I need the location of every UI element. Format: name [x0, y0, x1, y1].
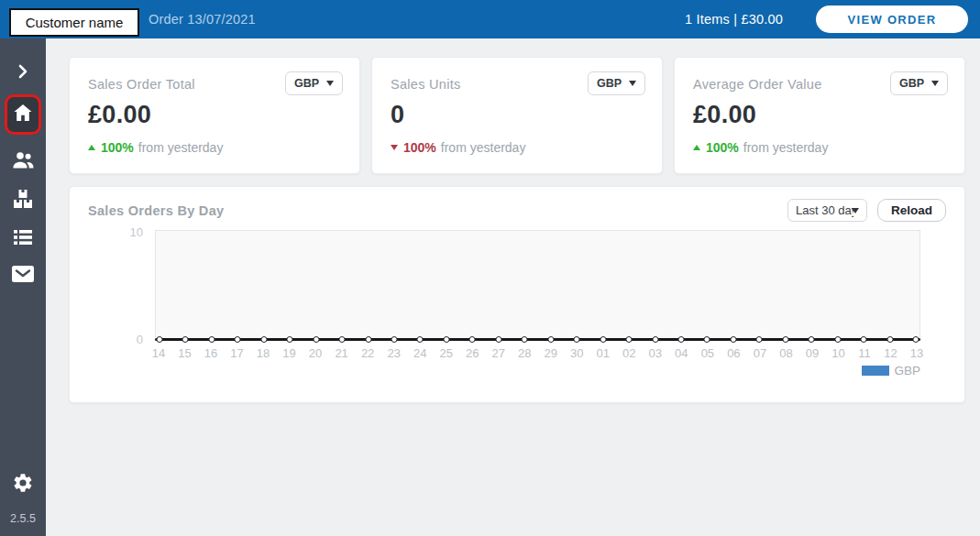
chevron-down-icon: [629, 81, 636, 86]
card-value: 0: [391, 101, 645, 129]
sidebar-item-customers[interactable]: [11, 149, 35, 173]
view-order-button[interactable]: VIEW ORDER: [816, 5, 968, 33]
period-value: Last 30 days: [796, 203, 853, 217]
card-title: Average Order Value: [693, 71, 822, 92]
users-icon: [11, 157, 35, 172]
data-point: [208, 336, 215, 343]
card-delta: 100% from yesterday: [391, 140, 645, 155]
y-axis-tick-max: 10: [130, 225, 143, 239]
currency-value: GBP: [597, 77, 622, 90]
data-point: [443, 336, 449, 343]
cart-items-summary: 1 Items | £30.00: [685, 12, 783, 27]
gear-icon: [12, 481, 34, 497]
card-title: Sales Order Total: [88, 71, 195, 92]
order-date-label: Order 13/07/2021: [149, 12, 256, 27]
x-axis: 1415161718192021222324252627282930010203…: [155, 346, 920, 361]
topbar-right-group: 1 Items | £30.00 VIEW ORDER: [685, 5, 968, 33]
x-axis-tick: 26: [466, 346, 479, 360]
x-axis-ticks: 1415161718192021222324252627282930010203…: [159, 346, 917, 361]
x-axis-tick: 02: [622, 346, 635, 360]
data-point: [287, 336, 293, 343]
data-point: [652, 336, 658, 343]
mail-icon: [11, 270, 35, 286]
chevron-down-icon: [852, 208, 859, 213]
x-axis-tick: 01: [597, 346, 610, 360]
chart-body: 10 0: [88, 230, 946, 340]
x-axis-tick: 04: [675, 346, 688, 360]
sidebar-item-settings[interactable]: [12, 472, 34, 498]
data-point: [495, 336, 501, 343]
data-point: [886, 336, 893, 343]
data-point: [704, 336, 710, 343]
products-icon: [12, 197, 34, 213]
sidebar: 2.5.5: [0, 38, 46, 536]
x-axis-tick: 21: [335, 346, 347, 360]
x-axis-tick: 09: [806, 346, 819, 360]
series-line: [155, 338, 920, 341]
data-point: [626, 336, 633, 343]
up-arrow-icon: [693, 145, 700, 150]
x-axis-tick: 27: [491, 346, 504, 360]
x-axis-tick: 07: [754, 346, 766, 360]
chevron-down-icon: [326, 81, 334, 86]
card-delta: 100% from yesterday: [88, 140, 343, 155]
legend-label: GBP: [894, 364, 920, 377]
data-point: [260, 336, 267, 343]
currency-value: GBP: [294, 77, 319, 90]
x-axis-tick: 19: [282, 346, 295, 360]
x-axis-tick: 20: [309, 346, 322, 360]
delta-suffix: from yesterday: [743, 140, 829, 155]
x-axis-tick: 11: [858, 346, 871, 360]
sidebar-item-messages[interactable]: [11, 265, 35, 287]
data-point: [235, 336, 241, 343]
card-title: Sales Units: [391, 71, 461, 92]
currency-dropdown[interactable]: GBP: [890, 71, 948, 95]
data-point: [391, 336, 398, 343]
x-axis-tick: 13: [910, 346, 923, 360]
sidebar-expand-button[interactable]: [17, 64, 29, 82]
currency-dropdown[interactable]: GBP: [285, 71, 343, 95]
x-axis-tick: 17: [230, 346, 243, 360]
chevron-down-icon: [931, 81, 939, 86]
currency-dropdown[interactable]: GBP: [588, 71, 645, 95]
data-point: [809, 336, 815, 343]
card-value: £0.00: [693, 101, 948, 129]
x-axis-tick: 23: [387, 346, 400, 360]
x-axis-tick: 22: [361, 346, 374, 360]
reload-button[interactable]: Reload: [877, 199, 946, 222]
data-point: [677, 336, 684, 343]
chart-controls: Last 30 days Reload: [787, 199, 946, 222]
top-bar: Order 13/07/2021 1 Items | £30.00 VIEW O…: [0, 0, 980, 38]
customer-name-box[interactable]: Customer name: [9, 8, 139, 37]
currency-value: GBP: [899, 77, 924, 90]
x-axis-tick: 30: [570, 346, 583, 360]
up-arrow-icon: [88, 145, 95, 150]
sidebar-item-products[interactable]: [12, 188, 34, 213]
period-dropdown[interactable]: Last 30 days: [787, 199, 867, 222]
x-axis-tick: 06: [727, 346, 740, 360]
list-icon: [12, 234, 34, 249]
x-axis-tick: 24: [413, 346, 426, 360]
sidebar-item-home[interactable]: [5, 94, 41, 135]
x-axis-tick: 10: [831, 346, 844, 360]
data-point: [339, 336, 346, 343]
data-point: [913, 336, 919, 343]
chevron-right-icon: [17, 64, 29, 82]
data-point: [782, 336, 788, 343]
data-point: [834, 336, 841, 343]
data-point: [522, 336, 528, 343]
data-point: [861, 336, 867, 343]
data-point: [730, 336, 736, 343]
legend-swatch-gbp: [862, 366, 889, 376]
y-axis-tick-min: 0: [137, 333, 143, 346]
delta-suffix: from yesterday: [441, 140, 526, 155]
data-point: [469, 336, 476, 343]
x-axis-tick: 28: [518, 346, 531, 360]
delta-percent: 100%: [706, 140, 739, 155]
sidebar-item-orders[interactable]: [12, 228, 34, 250]
delta-percent: 100%: [403, 140, 436, 155]
x-axis-tick: 29: [545, 346, 557, 360]
chart-legend: GBP: [88, 364, 920, 377]
kpi-card-sales-order-total: Sales Order Total GBP £0.00 100% from ye…: [69, 57, 360, 174]
x-axis-tick: 15: [178, 346, 191, 360]
